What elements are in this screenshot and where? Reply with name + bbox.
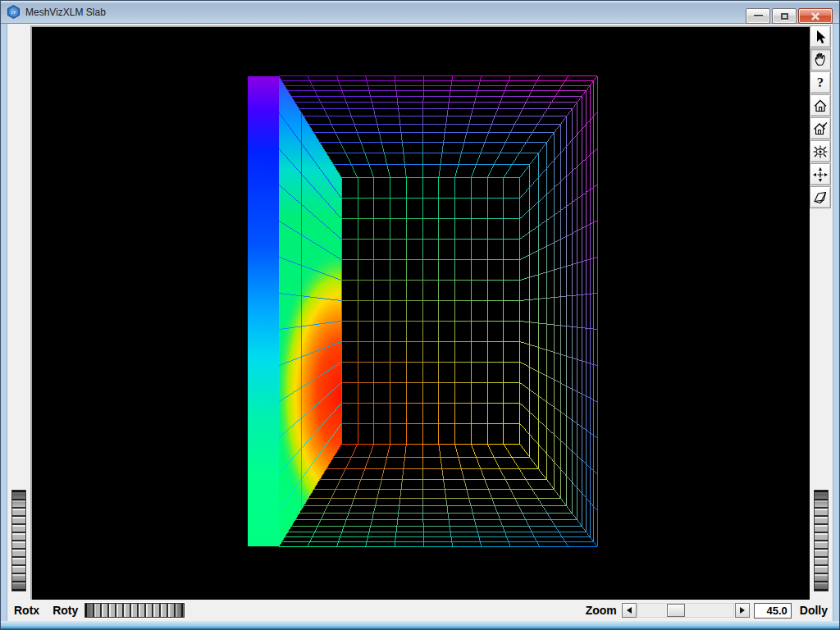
set-home-button[interactable] (810, 117, 831, 139)
zoom-slider-thumb[interactable] (667, 604, 685, 617)
maximize-button[interactable] (772, 8, 797, 24)
minimize-button[interactable] (746, 8, 770, 24)
roty-thumbwheel[interactable] (84, 603, 185, 618)
window-controls (746, 8, 833, 24)
close-icon (810, 12, 820, 21)
viewer-toolbar: ? (810, 25, 832, 208)
zoom-slider-right-button[interactable] (735, 603, 750, 618)
app-window: iv MeshVizXLM Slab (0, 0, 840, 630)
arrow-left-icon (627, 607, 632, 614)
bottom-control-bar: Rotx Roty Zoom Dolly (7, 600, 833, 621)
seek-icon (812, 167, 829, 183)
window-frame-left (1, 24, 7, 621)
title-bar[interactable]: iv MeshVizXLM Slab (1, 1, 839, 24)
camera-type-button[interactable] (810, 186, 831, 208)
pick-arrow-button[interactable] (810, 25, 831, 48)
app-icon: iv (7, 5, 21, 19)
arrow-right-icon (740, 607, 745, 614)
camera-type-icon (812, 189, 829, 206)
seek-button[interactable] (810, 163, 831, 185)
render-area[interactable] (30, 25, 810, 600)
dolly-label: Dolly (800, 604, 828, 617)
close-button[interactable] (798, 8, 833, 24)
zoom-slider-track[interactable] (637, 603, 734, 618)
viewing-hand-icon (812, 52, 829, 68)
dolly-thumbwheel[interactable] (814, 490, 829, 591)
view-all-button[interactable] (810, 140, 831, 162)
minimize-icon (754, 15, 763, 17)
maximize-icon (781, 13, 788, 20)
viewer-decoration: ? (7, 24, 833, 621)
roty-label: Roty (52, 604, 78, 617)
home-button[interactable] (810, 94, 831, 116)
app-icon-text: iv (11, 8, 16, 16)
view-all-icon (812, 144, 829, 160)
zoom-value-field[interactable] (754, 603, 792, 619)
rotx-label: Rotx (14, 604, 39, 617)
rotx-thumbwheel[interactable] (11, 490, 26, 591)
zoom-label: Zoom (586, 604, 617, 617)
viewing-hand-button[interactable] (810, 48, 831, 71)
3d-scene-svg[interactable] (32, 27, 810, 600)
window-frame-bottom (1, 621, 839, 629)
set-home-icon (812, 121, 829, 137)
zoom-slider-left-button[interactable] (622, 603, 637, 618)
window-frame-right (833, 24, 839, 621)
home-icon (812, 98, 829, 114)
help-button[interactable]: ? (810, 71, 831, 94)
pick-arrow-icon (812, 29, 829, 45)
help-icon: ? (817, 76, 824, 89)
window-title: MeshVizXLM Slab (25, 7, 106, 18)
